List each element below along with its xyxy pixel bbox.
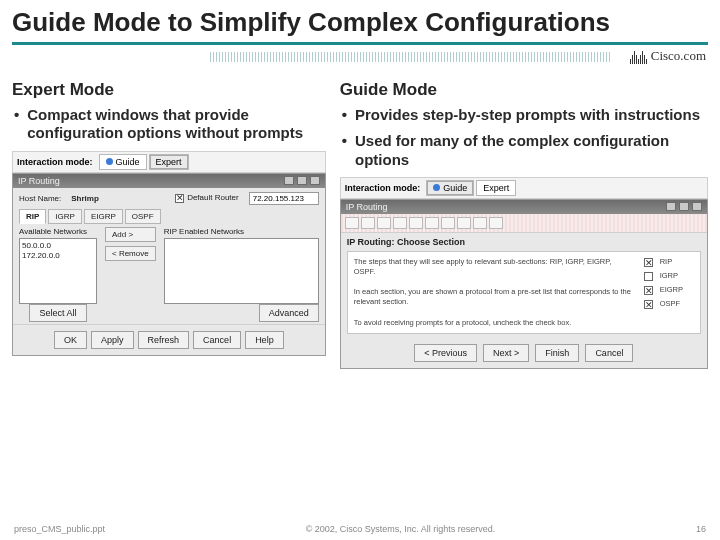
apply-button[interactable]: Apply <box>91 331 134 349</box>
avail-label: Available Networks <box>19 227 97 236</box>
toolbar-icon[interactable] <box>409 217 423 229</box>
min-icon[interactable] <box>666 202 676 211</box>
slide-footer: preso_CMS_public.ppt © 2002, Cisco Syste… <box>0 524 720 534</box>
mode-segment: Guide Expert <box>99 154 189 170</box>
expert-heading: Expert Mode <box>12 80 326 100</box>
add-button[interactable]: Add > <box>105 227 156 242</box>
expert-bullet-1: Compact windows that provide configurati… <box>27 106 325 143</box>
avail-listbox[interactable]: 50.0.0.0 172.20.0.0 <box>19 238 97 304</box>
host-value: Shrimp <box>71 194 99 203</box>
guide-options: RIP IGRP EIGRP OSPF <box>644 257 694 328</box>
expert-titlebar: IP Routing <box>13 174 325 188</box>
guide-toolbar <box>341 214 707 233</box>
window-controls <box>284 176 320 185</box>
cancel-button[interactable]: Cancel <box>193 331 241 349</box>
enabled-label: RIP Enabled Networks <box>164 227 319 236</box>
finish-button[interactable]: Finish <box>535 344 579 362</box>
guide-bullet-1: Provides step-by-step prompts with instr… <box>355 106 700 124</box>
toolbar-icon[interactable] <box>377 217 391 229</box>
net-1[interactable]: 50.0.0.0 <box>22 241 94 251</box>
mode-bar-expert: Interaction mode: Guide Expert <box>12 151 326 173</box>
slide-title: Guide Mode to Simplify Complex Configura… <box>0 0 720 38</box>
guide-button-row: < Previous Next > Finish Cancel <box>341 338 707 368</box>
guide-window: IP Routing IP Routing: C <box>340 199 708 369</box>
expert-window: IP Routing Host Name: Shrimp Default Rou… <box>12 173 326 356</box>
tab-rip[interactable]: RIP <box>19 209 46 224</box>
next-button[interactable]: Next > <box>483 344 529 362</box>
expert-bullets: Compact windows that provide configurati… <box>12 106 326 143</box>
cancel-button-g[interactable]: Cancel <box>585 344 633 362</box>
max-icon[interactable] <box>297 176 307 185</box>
toolbar-icon[interactable] <box>441 217 455 229</box>
separator <box>13 324 325 325</box>
guide-bullet-2: Used for many of the complex configurati… <box>355 132 708 169</box>
mode-expert-button-g[interactable]: Expert <box>476 180 516 196</box>
guide-p1: The steps that they will see apply to re… <box>354 257 634 277</box>
tab-ospf[interactable]: OSPF <box>125 209 161 224</box>
max-icon[interactable] <box>679 202 689 211</box>
chk-igrp[interactable] <box>644 272 653 281</box>
guide-titlebar: IP Routing <box>341 200 707 214</box>
toolbar-icon[interactable] <box>393 217 407 229</box>
guide-panel: The steps that they will see apply to re… <box>347 251 701 334</box>
ok-button[interactable]: OK <box>54 331 87 349</box>
mode-guide-button-g[interactable]: Guide <box>426 180 474 196</box>
guide-dot-icon <box>433 184 440 191</box>
expert-window-title: IP Routing <box>18 176 60 186</box>
net-2[interactable]: 172.20.0.0 <box>22 251 94 261</box>
def-router-label: Default Router <box>187 193 239 202</box>
def-router-check[interactable] <box>175 194 184 203</box>
mode-label: Interaction mode: <box>17 157 93 167</box>
logo-text: Cisco.com <box>651 48 706 64</box>
footer-page: 16 <box>696 524 706 534</box>
mode-bar-guide: Interaction mode: Guide Expert <box>340 177 708 199</box>
toolbar-icon[interactable] <box>345 217 359 229</box>
toolbar-icon[interactable] <box>457 217 471 229</box>
guide-p3: To avoid receiving prompts for a protoco… <box>354 318 634 328</box>
footer-file: preso_CMS_public.ppt <box>14 524 105 534</box>
underline-rule <box>12 42 708 45</box>
select-all-button[interactable]: Select All <box>29 304 86 322</box>
guide-dot-icon <box>106 158 113 165</box>
mode-guide-button[interactable]: Guide <box>99 154 147 170</box>
cisco-bars-icon <box>630 50 647 64</box>
guide-screenshot: Interaction mode: Guide Expert IP Routin… <box>340 177 708 369</box>
enabled-listbox[interactable] <box>164 238 319 304</box>
help-button[interactable]: Help <box>245 331 284 349</box>
dash-fade <box>210 52 610 62</box>
chk-rip[interactable] <box>644 258 653 267</box>
prev-button[interactable]: < Previous <box>414 344 477 362</box>
mode-expert-button[interactable]: Expert <box>149 154 189 170</box>
guide-heading: Guide Mode <box>340 80 708 100</box>
min-icon[interactable] <box>284 176 294 185</box>
close-icon[interactable] <box>310 176 320 185</box>
chk-eigrp[interactable] <box>644 286 653 295</box>
guide-window-title: IP Routing <box>346 202 388 212</box>
def-router-input[interactable] <box>249 192 319 205</box>
guide-bullets: Provides step-by-step prompts with instr… <box>340 106 708 169</box>
divider-area: Cisco.com <box>0 42 720 76</box>
guide-section-title: IP Routing: Choose Section <box>341 233 707 249</box>
toolbar-icon[interactable] <box>473 217 487 229</box>
close-icon[interactable] <box>692 202 702 211</box>
toolbar-icon[interactable] <box>489 217 503 229</box>
expert-screenshot: Interaction mode: Guide Expert IP Routin… <box>12 151 326 356</box>
tab-igrp[interactable]: IGRP <box>48 209 82 224</box>
expert-button-row: OK Apply Refresh Cancel Help <box>19 331 319 349</box>
host-label: Host Name: <box>19 194 61 203</box>
guide-p2: In each section, you are shown a protoco… <box>354 287 634 307</box>
cisco-logo: Cisco.com <box>630 48 706 64</box>
toolbar-icon[interactable] <box>361 217 375 229</box>
advanced-button[interactable]: Advanced <box>259 304 319 322</box>
footer-copyright: © 2002, Cisco Systems, Inc. All rights r… <box>306 524 496 534</box>
toolbar-icon[interactable] <box>425 217 439 229</box>
refresh-button[interactable]: Refresh <box>138 331 190 349</box>
tab-eigrp[interactable]: EIGRP <box>84 209 123 224</box>
chk-ospf[interactable] <box>644 300 653 309</box>
proto-tabs: RIP IGRP EIGRP OSPF <box>19 209 319 224</box>
remove-button[interactable]: < Remove <box>105 246 156 261</box>
mode-label-g: Interaction mode: <box>345 183 421 193</box>
